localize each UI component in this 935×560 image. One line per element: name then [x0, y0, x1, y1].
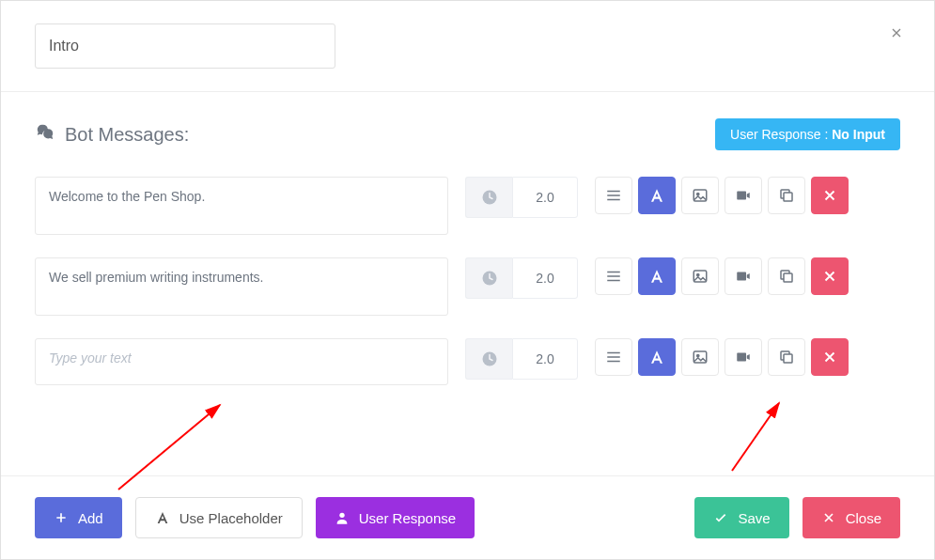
text-type-button[interactable] — [638, 257, 676, 295]
modal-header — [1, 1, 934, 92]
message-row — [35, 177, 900, 235]
message-rows — [35, 177, 900, 385]
video-type-button[interactable] — [725, 177, 762, 214]
delete-button[interactable] — [811, 177, 849, 214]
message-input[interactable] — [35, 257, 448, 316]
clock-icon — [465, 257, 512, 299]
svg-rect-7 — [784, 273, 792, 282]
delete-button[interactable] — [811, 338, 849, 376]
section-title: Bot Messages: — [35, 122, 189, 148]
reorder-button[interactable] — [595, 257, 632, 295]
message-input[interactable] — [35, 338, 448, 385]
delay-group — [465, 177, 578, 218]
response-badge-prefix: User Response : — [730, 127, 832, 142]
section-header: Bot Messages: User Response : No Input — [35, 118, 900, 150]
footer-right: Save Close — [694, 497, 900, 538]
message-row — [35, 338, 900, 385]
delay-group — [465, 257, 578, 299]
svg-rect-11 — [784, 354, 792, 363]
svg-point-12 — [339, 513, 344, 518]
copy-button[interactable] — [768, 338, 805, 376]
close-icon[interactable] — [885, 22, 908, 44]
user-response-button[interactable]: User Response — [316, 497, 475, 538]
delay-input[interactable] — [512, 338, 578, 380]
svg-point-6 — [697, 273, 699, 275]
image-type-button[interactable] — [681, 338, 719, 376]
reorder-button[interactable] — [595, 338, 632, 376]
row-actions — [595, 338, 849, 385]
section-title-text: Bot Messages: — [65, 124, 189, 146]
chat-icon — [35, 122, 55, 148]
user-response-label: User Response — [359, 510, 456, 526]
clock-icon — [465, 177, 512, 218]
delay-group — [465, 338, 578, 380]
clock-icon — [465, 338, 512, 380]
use-placeholder-label: Use Placeholder — [179, 510, 283, 526]
copy-button[interactable] — [768, 177, 805, 214]
add-button-label: Add — [78, 510, 103, 526]
title-input[interactable] — [35, 23, 335, 69]
message-input[interactable] — [35, 177, 448, 235]
text-type-button[interactable] — [638, 338, 676, 376]
modal-footer: Add Use Placeholder User Response Save C… — [1, 475, 934, 559]
text-type-button[interactable] — [638, 177, 676, 214]
image-type-button[interactable] — [681, 257, 719, 295]
row-actions — [595, 257, 849, 316]
delay-input[interactable] — [512, 177, 578, 218]
copy-button[interactable] — [768, 257, 805, 295]
close-button-label: Close — [846, 510, 881, 526]
delete-button[interactable] — [811, 257, 849, 295]
delay-input[interactable] — [512, 257, 578, 299]
svg-point-10 — [697, 354, 699, 356]
modal: Bot Messages: User Response : No Input — [0, 0, 935, 560]
row-actions — [595, 177, 849, 235]
video-type-button[interactable] — [725, 338, 762, 376]
svg-rect-3 — [784, 193, 792, 201]
user-response-badge[interactable]: User Response : No Input — [715, 118, 900, 150]
image-type-button[interactable] — [681, 177, 719, 214]
svg-point-2 — [697, 193, 699, 194]
close-button[interactable]: Close — [803, 497, 900, 538]
video-type-button[interactable] — [725, 257, 762, 295]
use-placeholder-button[interactable]: Use Placeholder — [135, 497, 303, 538]
response-badge-value: No Input — [832, 127, 885, 142]
save-button[interactable]: Save — [694, 497, 788, 538]
add-button[interactable]: Add — [35, 497, 122, 538]
footer-left: Add Use Placeholder User Response — [35, 497, 475, 538]
save-button-label: Save — [738, 510, 770, 526]
message-row — [35, 257, 900, 316]
modal-body: Bot Messages: User Response : No Input — [1, 92, 934, 475]
reorder-button[interactable] — [595, 177, 632, 214]
